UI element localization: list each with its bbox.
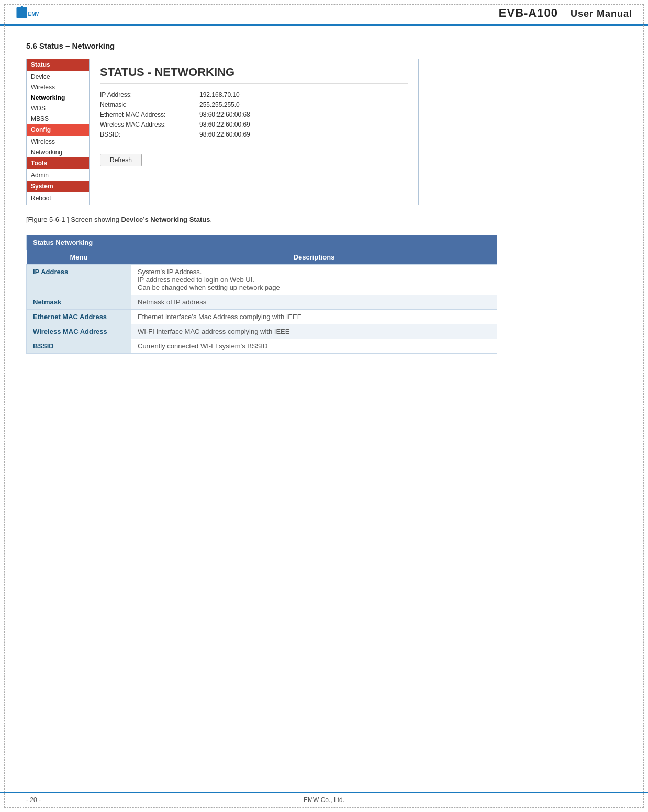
page-border	[4, 4, 644, 808]
footer-company: EMW Co., Ltd.	[0, 792, 648, 804]
footer-page: - 20 -	[26, 793, 41, 804]
